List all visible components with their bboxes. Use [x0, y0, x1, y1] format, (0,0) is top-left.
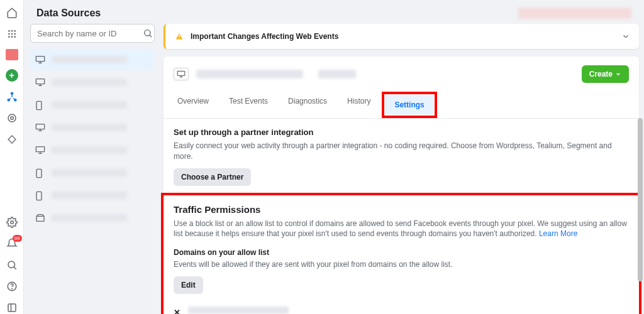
traffic-permissions-section: Traffic Permissions Use a block list or … [164, 195, 639, 314]
svg-point-12 [8, 114, 16, 122]
section-heading: Set up through a partner integration [174, 127, 629, 137]
account-tab-icon[interactable] [6, 49, 18, 60]
svg-rect-26 [36, 192, 42, 200]
warning-icon [174, 31, 184, 41]
svg-point-15 [8, 261, 15, 268]
banner-text: Important Changes Affecting Web Events [191, 32, 621, 41]
annotation-highlight: Settings [382, 92, 436, 118]
diamond-icon[interactable] [6, 133, 18, 146]
page-title: Data Sources [36, 8, 101, 19]
svg-rect-25 [36, 169, 42, 177]
desktop-icon [35, 123, 45, 132]
data-source-item[interactable] [30, 72, 155, 93]
svg-point-1 [11, 30, 13, 32]
gear-icon[interactable] [6, 216, 18, 229]
grid-icon[interactable] [6, 28, 18, 40]
pixel-id [318, 70, 356, 78]
settings-gear-icon[interactable] [6, 112, 18, 124]
data-source-item[interactable] [30, 117, 155, 138]
remove-domain-icon[interactable]: ✕ [174, 308, 180, 314]
section-heading: Traffic Permissions [174, 204, 629, 215]
svg-point-9 [10, 92, 13, 95]
desktop-icon [35, 146, 45, 154]
help-icon[interactable] [6, 280, 18, 293]
page-header: Data Sources [24, 0, 644, 24]
data-source-item[interactable] [30, 162, 155, 183]
allow-list-heading: Domains on your allow list [174, 248, 629, 257]
offline-icon [35, 214, 45, 222]
desktop-icon [35, 55, 45, 64]
data-source-item[interactable] [30, 207, 155, 229]
account-selector[interactable] [518, 8, 631, 19]
svg-point-6 [8, 36, 10, 38]
desktop-icon [174, 68, 189, 80]
mobile-icon [35, 100, 45, 109]
tab-diagnostics[interactable]: Diagnostics [279, 92, 336, 118]
data-source-item[interactable] [30, 49, 155, 70]
collapse-icon[interactable] [6, 301, 18, 314]
svg-rect-28 [177, 71, 185, 75]
chevron-down-icon [621, 32, 630, 41]
allow-list-domain-row: ✕ Added to allow list on Apr 6, 2021 [174, 303, 629, 314]
search-rail-icon[interactable] [6, 259, 18, 271]
tab-history[interactable]: History [338, 92, 379, 118]
svg-rect-24 [36, 147, 44, 152]
svg-point-14 [10, 221, 13, 224]
scrollbar[interactable] [638, 118, 643, 281]
info-banner[interactable]: Important Changes Affecting Web Events [164, 24, 639, 49]
desktop-icon [35, 78, 45, 87]
edit-button[interactable]: Edit [174, 276, 203, 294]
main-panel: Important Changes Affecting Web Events C… [161, 24, 644, 314]
data-source-item[interactable] [30, 185, 155, 206]
tab-settings[interactable]: Settings [386, 95, 433, 114]
mobile-icon [35, 191, 45, 200]
svg-rect-22 [36, 101, 42, 109]
svg-point-7 [11, 36, 13, 38]
tab-overview[interactable]: Overview [169, 92, 218, 118]
data-source-item[interactable] [30, 139, 155, 161]
svg-rect-20 [36, 57, 44, 62]
svg-point-19 [145, 30, 150, 36]
partner-integration-section: Set up through a partner integration Eas… [164, 119, 639, 195]
tab-test-events[interactable]: Test Events [220, 92, 277, 118]
annotation-highlight: Traffic Permissions Use a block list or … [161, 193, 641, 314]
learn-more-link[interactable]: Learn More [539, 229, 577, 238]
create-icon[interactable]: + [6, 69, 18, 82]
search-input-wrap[interactable] [30, 24, 155, 43]
allow-list-body: Events will be allowed if they are sent … [174, 259, 629, 270]
svg-point-3 [8, 33, 10, 35]
tab-bar: Overview Test Events Diagnostics History… [164, 83, 639, 119]
data-sources-icon[interactable] [6, 90, 18, 103]
svg-point-8 [14, 36, 16, 38]
svg-point-13 [10, 117, 13, 120]
domain-name [188, 306, 289, 314]
svg-rect-21 [36, 79, 44, 84]
svg-point-2 [14, 30, 16, 32]
search-icon [143, 28, 153, 38]
create-button[interactable]: Create [582, 65, 629, 83]
section-body: Use a block list or an allow list to con… [174, 219, 629, 240]
left-rail: + 99 [0, 0, 24, 314]
svg-point-5 [14, 33, 16, 35]
data-source-list-panel [24, 24, 161, 314]
notification-badge: 99 [13, 235, 22, 242]
choose-partner-button[interactable]: Choose a Partner [174, 168, 251, 186]
data-source-item[interactable] [30, 94, 155, 116]
pixel-name [196, 70, 303, 78]
mobile-icon [35, 168, 45, 177]
search-input[interactable] [37, 29, 143, 38]
home-icon[interactable] [6, 6, 18, 19]
svg-point-4 [11, 33, 13, 35]
section-body: Easily connect your web activity through… [174, 141, 629, 162]
svg-point-0 [8, 30, 10, 32]
svg-rect-27 [36, 216, 44, 221]
notifications-icon[interactable]: 99 [6, 237, 18, 250]
svg-rect-23 [36, 124, 44, 129]
data-source-card: Create Overview Test Events Diagnostics … [164, 57, 639, 314]
svg-point-17 [11, 288, 12, 289]
svg-rect-18 [8, 304, 16, 311]
